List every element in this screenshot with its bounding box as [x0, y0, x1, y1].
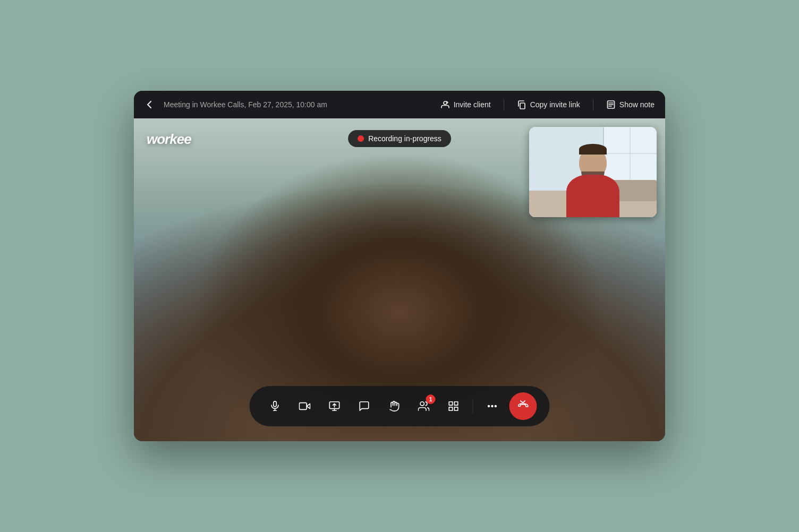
recording-badge: Recording in-progress	[348, 130, 451, 147]
svg-point-22	[495, 406, 497, 407]
back-button[interactable]	[144, 99, 155, 110]
copy-invite-icon	[517, 100, 526, 109]
svg-point-20	[488, 406, 490, 407]
invite-client-button[interactable]: Invite client	[440, 100, 491, 109]
end-call-phone-icon	[517, 400, 529, 412]
microphone-icon	[269, 400, 281, 412]
show-note-icon	[606, 100, 616, 109]
recording-label: Recording in-progress	[368, 134, 441, 143]
layout-icon	[448, 400, 460, 412]
chat-icon	[359, 400, 370, 412]
invite-client-icon	[440, 100, 450, 109]
show-note-button[interactable]: Show note	[606, 100, 654, 109]
svg-point-21	[491, 406, 493, 407]
header-actions: Invite client Copy invite link	[440, 99, 654, 110]
copy-invite-label: Copy invite link	[530, 100, 580, 109]
svg-rect-10	[274, 401, 277, 407]
participants-badge: 1	[426, 394, 436, 404]
invite-client-label: Invite client	[454, 100, 491, 109]
more-options-icon	[487, 400, 498, 412]
pip-body	[566, 175, 619, 217]
layout-button[interactable]	[441, 393, 466, 419]
svg-point-0	[444, 101, 447, 105]
share-screen-button[interactable]	[322, 393, 347, 419]
pip-video	[529, 127, 657, 217]
end-call-button[interactable]	[509, 392, 537, 420]
workee-logo: workee	[147, 131, 191, 148]
svg-rect-18	[449, 407, 452, 410]
controls-separator	[473, 399, 473, 414]
svg-rect-16	[449, 402, 452, 405]
video-area: workee Recording in-progress	[134, 118, 665, 441]
header-divider-1	[504, 99, 504, 110]
share-screen-icon	[329, 400, 341, 412]
svg-rect-19	[454, 407, 457, 410]
raise-hand-button[interactable]	[381, 393, 407, 419]
header-bar: Meeting in Workee Calls, Feb 27, 2025, 1…	[134, 91, 665, 118]
camera-button[interactable]	[292, 393, 318, 419]
pip-person	[561, 143, 625, 217]
svg-rect-17	[454, 402, 457, 405]
svg-rect-13	[299, 403, 307, 410]
pip-hair	[579, 144, 607, 155]
meeting-title: Meeting in Workee Calls, Feb 27, 2025, 1…	[164, 100, 432, 109]
microphone-button[interactable]	[262, 393, 288, 419]
raise-hand-icon	[388, 400, 400, 412]
chat-button[interactable]	[352, 393, 377, 419]
more-options-button[interactable]	[480, 393, 505, 419]
app-window: Meeting in Workee Calls, Feb 27, 2025, 1…	[134, 91, 665, 441]
svg-rect-1	[520, 103, 525, 109]
copy-invite-button[interactable]: Copy invite link	[517, 100, 580, 109]
pip-background	[529, 127, 657, 217]
header-divider-2	[593, 99, 593, 110]
show-note-label: Show note	[619, 100, 654, 109]
recording-dot	[358, 135, 364, 142]
svg-point-15	[420, 402, 424, 406]
camera-icon	[299, 400, 311, 412]
participants-button[interactable]: 1	[411, 393, 437, 419]
controls-bar: 1	[250, 386, 550, 426]
